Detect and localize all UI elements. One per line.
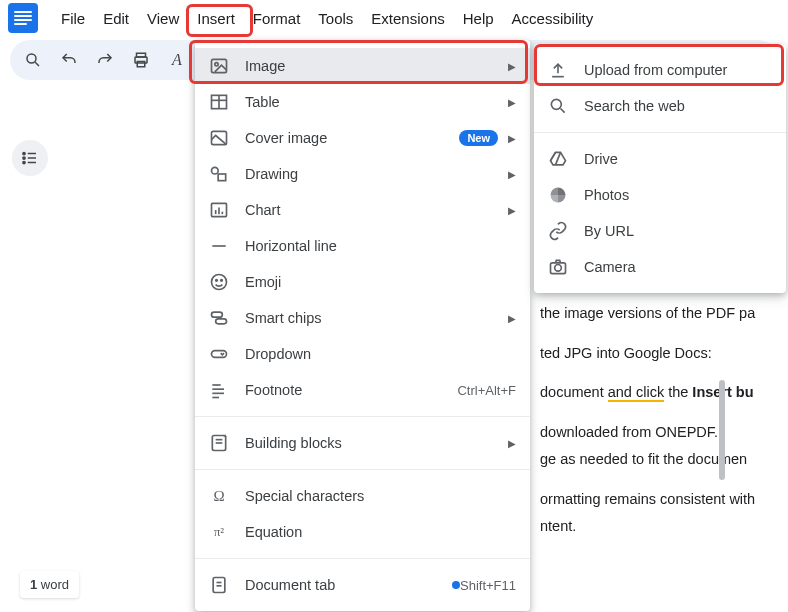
insert-item-drawing[interactable]: Drawing▶: [195, 156, 530, 192]
insert-item-footnote[interactable]: FootnoteCtrl+Alt+F: [195, 372, 530, 408]
insert-item-table[interactable]: Table▶: [195, 84, 530, 120]
menu-extensions[interactable]: Extensions: [362, 4, 453, 33]
image-submenu-item-drive[interactable]: Drive: [534, 141, 786, 177]
camera-icon: [548, 257, 568, 277]
menu-item-label: Image: [245, 58, 508, 74]
submenu-arrow-icon: ▶: [508, 97, 516, 108]
doc-text: the image versions of the PDF pa: [540, 300, 788, 328]
submenu-arrow-icon: ▶: [508, 313, 516, 324]
document-body: the image versions of the PDF pa ted JPG…: [540, 300, 788, 553]
svg-point-17: [212, 167, 219, 174]
svg-point-9: [23, 161, 25, 163]
submenu-arrow-icon: ▶: [508, 169, 516, 180]
menu-item-label: Smart chips: [245, 310, 508, 326]
svg-point-7: [23, 157, 25, 159]
insert-item-image[interactable]: Image▶: [195, 48, 530, 84]
undo-button[interactable]: [52, 45, 86, 75]
submenu-arrow-icon: ▶: [508, 133, 516, 144]
table-icon: [209, 92, 229, 112]
insert-item-horizontal-line[interactable]: Horizontal line: [195, 228, 530, 264]
image-submenu-item-upload-from-computer[interactable]: Upload from computer: [534, 52, 786, 88]
cover-image-icon: [209, 128, 229, 148]
menu-help[interactable]: Help: [454, 4, 503, 33]
new-badge: New: [459, 130, 498, 146]
image-submenu: Upload from computerSearch the webDriveP…: [534, 44, 786, 293]
menu-accessibility[interactable]: Accessibility: [503, 4, 603, 33]
image-icon: [209, 56, 229, 76]
menu-item-label: Equation: [245, 524, 516, 540]
image-submenu-item-camera[interactable]: Camera: [534, 249, 786, 285]
keyboard-shortcut: Ctrl+Alt+F: [457, 383, 516, 398]
doc-text: document and click the Insert bu: [540, 379, 788, 407]
svg-rect-27: [212, 312, 223, 317]
upload-icon: [548, 60, 568, 80]
svg-point-24: [212, 275, 227, 290]
menu-item-label: Photos: [584, 187, 772, 203]
menu-item-label: Chart: [245, 202, 508, 218]
url-icon: [548, 221, 568, 241]
keyboard-shortcut: Shift+F11: [460, 578, 516, 593]
insert-item-building-blocks[interactable]: +Building blocks▶: [195, 425, 530, 461]
docs-logo[interactable]: [8, 3, 38, 33]
menu-item-label: Camera: [584, 259, 772, 275]
emoji-icon: [209, 272, 229, 292]
search-icon: [548, 96, 568, 116]
menu-format[interactable]: Format: [244, 4, 310, 33]
blocks-icon: +: [209, 433, 229, 453]
insert-item-chart[interactable]: Chart▶: [195, 192, 530, 228]
image-submenu-item-by-url[interactable]: By URL: [534, 213, 786, 249]
menu-item-label: Special characters: [245, 488, 516, 504]
print-button[interactable]: [124, 45, 158, 75]
hr-icon: [209, 236, 229, 256]
doc-text: downloaded from ONEPDF. ge as needed to …: [540, 419, 788, 474]
menu-item-label: Search the web: [584, 98, 772, 114]
insert-item-emoji[interactable]: Emoji: [195, 264, 530, 300]
menu-edit[interactable]: Edit: [94, 4, 138, 33]
omega-icon: Ω: [209, 486, 229, 506]
submenu-arrow-icon: ▶: [508, 438, 516, 449]
svg-point-26: [221, 280, 223, 282]
submenu-arrow-icon: ▶: [508, 205, 516, 216]
svg-rect-18: [218, 174, 226, 181]
svg-point-47: [555, 265, 562, 272]
doc-text: ted JPG into Google Docs:: [540, 340, 788, 368]
menu-tools[interactable]: Tools: [309, 4, 362, 33]
submenu-arrow-icon: ▶: [508, 61, 516, 72]
svg-line-45: [561, 109, 565, 113]
outline-toggle[interactable]: [12, 140, 48, 176]
insert-item-dropdown[interactable]: Dropdown: [195, 336, 530, 372]
menu-item-label: Footnote: [245, 382, 457, 398]
insert-item-cover-image[interactable]: Cover imageNew▶: [195, 120, 530, 156]
menu-item-label: By URL: [584, 223, 772, 239]
insert-item-document-tab[interactable]: Document tabShift+F11: [195, 567, 530, 603]
svg-text:Ω: Ω: [213, 488, 224, 504]
menu-item-label: Upload from computer: [584, 62, 772, 78]
search-menus-button[interactable]: [16, 45, 50, 75]
drawing-icon: [209, 164, 229, 184]
insert-dropdown: Image▶Table▶Cover imageNew▶Drawing▶Chart…: [195, 40, 530, 611]
insert-item-special-characters[interactable]: ΩSpecial characters: [195, 478, 530, 514]
menu-insert[interactable]: Insert: [188, 4, 244, 33]
menu-separator: [195, 416, 530, 417]
image-submenu-item-search-the-web[interactable]: Search the web: [534, 88, 786, 124]
menu-file[interactable]: File: [52, 4, 94, 33]
insert-item-smart-chips[interactable]: Smart chips▶: [195, 300, 530, 336]
chart-icon: [209, 200, 229, 220]
menu-item-label: Horizontal line: [245, 238, 516, 254]
photos-icon: [548, 185, 568, 205]
word-count[interactable]: 1 word: [20, 571, 79, 598]
svg-point-44: [551, 99, 561, 109]
menu-view[interactable]: View: [138, 4, 188, 33]
svg-point-12: [215, 63, 218, 66]
menu-separator: [534, 132, 786, 133]
drive-icon: [548, 149, 568, 169]
menu-item-label: Emoji: [245, 274, 516, 290]
insert-item-equation[interactable]: π²Equation: [195, 514, 530, 550]
paint-format-button[interactable]: A: [160, 45, 194, 75]
chips-icon: [209, 308, 229, 328]
menu-item-label: Table: [245, 94, 508, 110]
svg-text:+: +: [223, 433, 227, 440]
menu-item-label: Document tab: [245, 577, 444, 593]
redo-button[interactable]: [88, 45, 122, 75]
image-submenu-item-photos[interactable]: Photos: [534, 177, 786, 213]
